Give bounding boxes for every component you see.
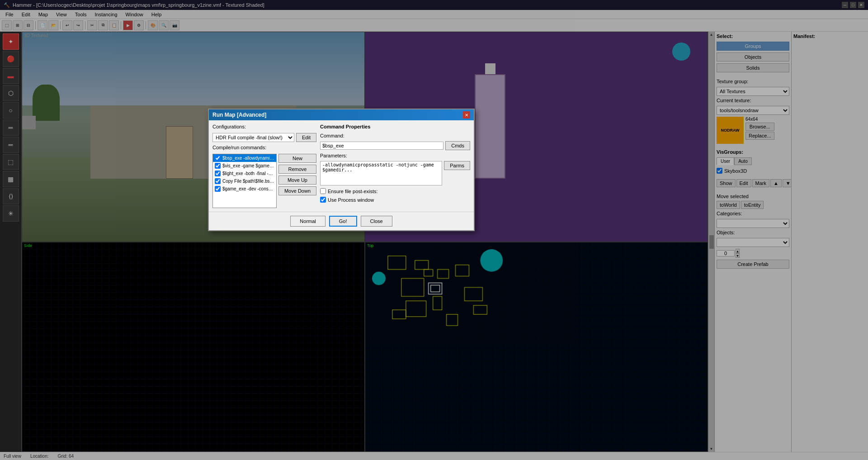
cmd-checkbox-1[interactable] bbox=[215, 163, 221, 169]
dialog-body: Configurations: HDR Full compile -final … bbox=[209, 120, 474, 212]
cmd-checkbox-4[interactable] bbox=[215, 186, 221, 192]
ensure-file-row: Ensure file post-exists: bbox=[320, 188, 470, 194]
remove-command-button[interactable]: Remove bbox=[278, 165, 316, 174]
dialog-left: Configurations: HDR Full compile -final … bbox=[212, 124, 316, 208]
use-process-checkbox[interactable] bbox=[320, 197, 326, 203]
cmd-checkbox-3[interactable] bbox=[215, 178, 221, 184]
cmd-item-3[interactable]: Copy File $path\$file.bsp $bspdir\$fi... bbox=[213, 177, 276, 185]
ensure-file-label: Ensure file post-exists: bbox=[328, 189, 378, 194]
dialog-title: Run Map [Advanced] bbox=[212, 112, 266, 118]
move-up-button[interactable]: Move Up bbox=[278, 175, 316, 185]
configurations-label: Configurations: bbox=[212, 124, 316, 129]
new-command-button[interactable]: New bbox=[278, 154, 316, 163]
compile-run-label: Compile/run commands: bbox=[212, 145, 316, 150]
parameters-label: Parameters: bbox=[320, 153, 470, 158]
modal-overlay: Run Map [Advanced] ✕ Configurations: HDR… bbox=[0, 0, 868, 460]
cmd-text-1: $vis_exe -game $gamedir $path\$file... bbox=[222, 163, 274, 168]
cmd-item-1[interactable]: $vis_exe -game $gamedir $path\$file... bbox=[213, 162, 276, 170]
parameters-textarea[interactable] bbox=[320, 161, 442, 185]
cmds-button[interactable]: Cmds bbox=[445, 141, 470, 150]
cmd-checkbox-2[interactable] bbox=[215, 171, 221, 176]
command-label: Command: bbox=[320, 133, 470, 138]
cmd-text-2: $light_exe -both -final -game $gamed... bbox=[222, 171, 274, 176]
cmd-text-0: $bsp_exe -allowdynamicpropsasstati... bbox=[222, 156, 274, 161]
dialog-right: Command Properties Command: Cmds Paramet… bbox=[320, 124, 470, 208]
dialog-title-bar: Run Map [Advanced] ✕ bbox=[209, 109, 474, 120]
use-process-row: Use Process window bbox=[320, 197, 470, 203]
command-list[interactable]: $bsp_exe -allowdynamicpropsasstati... $v… bbox=[212, 154, 277, 208]
cmd-item-4[interactable]: $game_exe -dev -console -allowdebu... bbox=[213, 185, 276, 193]
cmd-props-title: Command Properties bbox=[320, 124, 470, 129]
use-process-label: Use Process window bbox=[328, 197, 374, 203]
cmd-item-0[interactable]: $bsp_exe -allowdynamicpropsasstati... bbox=[213, 154, 276, 162]
command-input-row: Cmds bbox=[320, 141, 470, 150]
parameters-input-row: Parms bbox=[320, 161, 470, 185]
cmd-list-area: $bsp_exe -allowdynamicpropsasstati... $v… bbox=[212, 154, 316, 208]
parms-button[interactable]: Parms bbox=[444, 161, 470, 170]
edit-config-button[interactable]: Edit bbox=[296, 133, 316, 142]
command-input[interactable] bbox=[320, 142, 443, 150]
config-row: HDR Full compile -final (slow!) Edit bbox=[212, 133, 316, 142]
normal-button[interactable]: Normal bbox=[290, 216, 325, 227]
cmd-checkbox-0[interactable] bbox=[215, 155, 221, 161]
cmd-btn-group: New Remove Move Up Move Down bbox=[278, 154, 316, 208]
move-down-button[interactable]: Move Down bbox=[278, 186, 316, 195]
dialog-close-x-button[interactable]: ✕ bbox=[463, 111, 470, 119]
dialog-footer: Normal Go! Close bbox=[209, 212, 474, 230]
close-dialog-button[interactable]: Close bbox=[361, 216, 392, 227]
cmd-text-4: $game_exe -dev -console -allowdebu... bbox=[222, 186, 274, 191]
cmd-text-3: Copy File $path\$file.bsp $bspdir\$fi... bbox=[222, 179, 274, 184]
ensure-file-checkbox[interactable] bbox=[320, 188, 326, 194]
cmd-item-2[interactable]: $light_exe -both -final -game $gamed... bbox=[213, 170, 276, 177]
config-dropdown[interactable]: HDR Full compile -final (slow!) bbox=[212, 133, 294, 142]
run-map-dialog: Run Map [Advanced] ✕ Configurations: HDR… bbox=[208, 109, 475, 231]
go-button[interactable]: Go! bbox=[329, 216, 357, 227]
